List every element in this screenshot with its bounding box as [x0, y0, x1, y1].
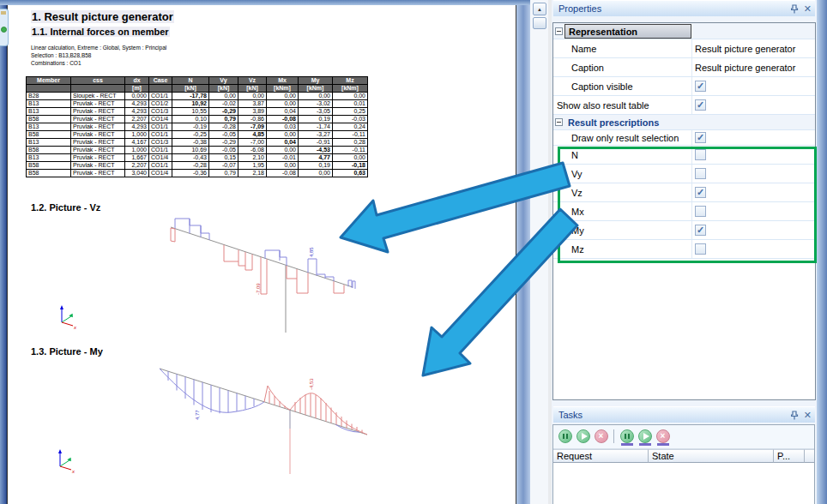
table-cell: Pruvlak - RECT: [71, 116, 125, 123]
close-icon[interactable]: ✕: [804, 411, 812, 420]
document-window-border: [516, 5, 530, 504]
meta-line: Combinations : CO1: [31, 59, 166, 67]
column-header: Vy: [209, 77, 238, 85]
forces-table-head: MembercssdxCaseNVyVzMxMyMz[m][kN][kN][kN…: [27, 77, 368, 93]
table-cell: 0,01: [333, 100, 368, 108]
table-cell: -0,29: [209, 108, 238, 116]
table-cell: -7,00: [238, 139, 267, 147]
property-checkbox[interactable]: [695, 225, 706, 236]
tasks-column-p[interactable]: P...: [774, 449, 805, 463]
table-cell: 0,00: [299, 170, 333, 177]
all-tasks-underline: [621, 443, 633, 446]
tasks-column-state[interactable]: State: [649, 449, 774, 463]
table-cell: -0,29: [209, 139, 238, 147]
scrollbar-thumb[interactable]: [533, 17, 546, 29]
property-checkbox[interactable]: [695, 149, 706, 160]
property-row-n[interactable]: N: [553, 146, 815, 165]
my-negative-curve: [264, 386, 367, 435]
all-tasks-underline: [639, 443, 651, 446]
table-cell: -3,27: [299, 131, 333, 139]
tasks-list-header: RequestStateP...: [553, 449, 814, 463]
property-row-caption[interactable]: CaptionResult picture generator: [553, 58, 815, 77]
task-stop-button[interactable]: ×: [595, 429, 608, 443]
window-left-border: [0, 5, 7, 504]
column-header: Case: [149, 77, 172, 85]
column-unit: [kN]: [238, 85, 267, 93]
property-checkbox[interactable]: [695, 243, 706, 255]
property-group-header[interactable]: Representation: [553, 23, 815, 39]
property-row-vz[interactable]: Vz: [553, 183, 815, 202]
table-cell: 3,89: [238, 108, 267, 116]
properties-titlebar[interactable]: Properties ✕: [553, 0, 815, 16]
property-group-header[interactable]: Result prescriptions: [553, 115, 815, 130]
table-cell: CO1/2: [149, 100, 172, 108]
table-cell: 1,000: [125, 147, 149, 154]
property-row-name[interactable]: NameResult picture generator: [553, 39, 815, 58]
properties-grid: RepresentationNameResult picture generat…: [552, 22, 816, 400]
property-row-my[interactable]: My: [553, 221, 815, 240]
table-cell: 2,10: [238, 154, 267, 162]
column-header: N: [172, 77, 209, 85]
table-row: B13Pruvlak - RECT4,293CO1/210,92-0,023,8…: [27, 100, 368, 108]
document-vertical-scrollbar[interactable]: ▲: [530, 0, 548, 504]
table-cell: B58: [27, 147, 71, 154]
column-unit: [kNm]: [333, 85, 368, 93]
property-row-draw-only-result-selection[interactable]: Draw only result selection: [553, 130, 815, 146]
table-cell: Pruvlak - RECT: [71, 100, 125, 108]
property-label: Vy: [564, 169, 691, 179]
table-cell: -0,02: [209, 100, 238, 108]
table-cell: -0,18: [333, 162, 368, 170]
document-preview[interactable]: 1. Result picture generator 1.1. Interna…: [7, 5, 516, 504]
table-cell: CO1/1: [149, 147, 172, 154]
table-cell: B58: [27, 131, 71, 139]
property-checkbox[interactable]: [695, 206, 706, 217]
task-run-all-button[interactable]: [638, 429, 652, 443]
table-cell: -7,09: [238, 123, 267, 131]
property-value[interactable]: Result picture generator: [695, 63, 795, 73]
task-pause-all-button[interactable]: [620, 429, 634, 443]
close-icon[interactable]: ✕: [804, 4, 812, 14]
table-cell: B13: [27, 139, 71, 147]
task-stop-all-button[interactable]: ×: [656, 429, 670, 443]
my-max-value-label: 4,77: [195, 410, 200, 420]
property-row-mx[interactable]: Mx: [553, 202, 815, 221]
tasks-titlebar[interactable]: Tasks ✕: [553, 406, 815, 423]
clipped-side-toolbar[interactable]: [0, 9, 9, 46]
property-row-caption-visible[interactable]: Caption visible: [553, 77, 815, 96]
table-cell: -0,08: [267, 170, 299, 177]
vz-max-value-label: 4,85: [309, 247, 314, 257]
table-cell: B28: [27, 93, 71, 100]
collapse-icon[interactable]: [555, 118, 563, 126]
tasks-list[interactable]: [553, 463, 814, 504]
table-cell: B13: [27, 108, 71, 116]
property-label: N: [564, 150, 691, 160]
column-header: Mz: [333, 77, 368, 85]
table-cell: B58: [27, 162, 71, 170]
table-cell: 2,18: [238, 170, 267, 177]
column-header: dx: [125, 77, 149, 85]
column-header: css: [71, 77, 125, 85]
property-checkbox[interactable]: [695, 187, 706, 198]
table-cell: Pruvlak - RECT: [71, 147, 125, 154]
pin-icon[interactable]: [791, 4, 799, 14]
table-cell: -0,28: [172, 162, 209, 170]
task-run-button[interactable]: [576, 429, 590, 443]
property-row-mz[interactable]: Mz: [553, 240, 815, 259]
all-tasks-underline: [657, 443, 669, 446]
pin-icon[interactable]: [791, 411, 799, 420]
table-cell: -0,07: [209, 162, 238, 170]
property-checkbox[interactable]: [695, 132, 706, 143]
property-checkbox[interactable]: [695, 81, 706, 92]
property-checkbox[interactable]: [695, 99, 706, 111]
collapse-icon[interactable]: [555, 27, 563, 35]
property-value[interactable]: Result picture generator: [695, 44, 795, 54]
property-checkbox[interactable]: [695, 168, 706, 179]
task-pause-button[interactable]: [558, 429, 572, 443]
scroll-up-button[interactable]: ▲: [533, 3, 546, 15]
property-row-vy[interactable]: Vy: [553, 165, 815, 183]
property-label: My: [564, 225, 691, 236]
table-cell: 0,04: [267, 139, 299, 147]
property-row-show-also-result-table[interactable]: Show also result table: [553, 96, 815, 115]
property-label: Show also result table: [555, 100, 691, 111]
tasks-column-request[interactable]: Request: [553, 449, 649, 463]
